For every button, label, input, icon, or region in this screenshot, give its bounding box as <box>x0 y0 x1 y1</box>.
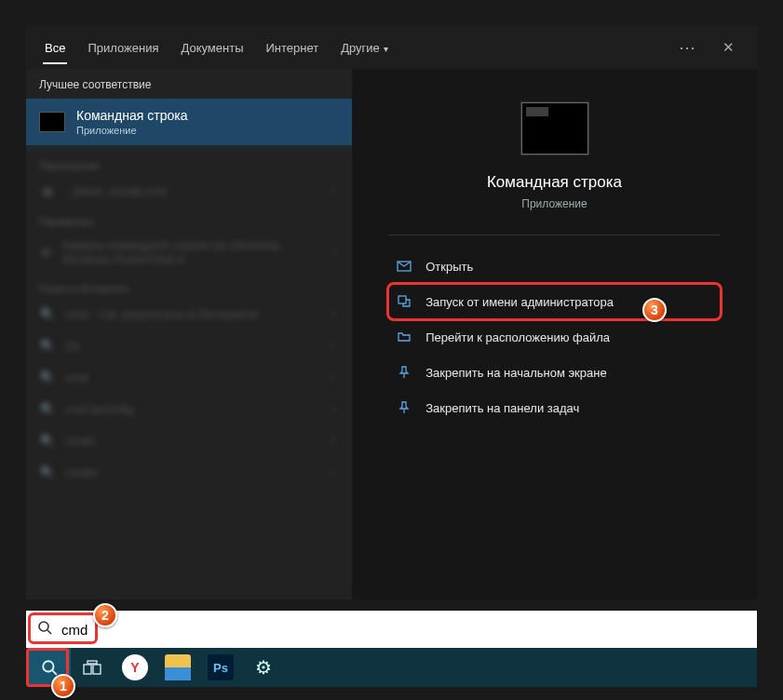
list-item[interactable]: 🔍cmdd› <box>26 424 352 456</box>
search-tabs: Все Приложения Документы Интернет Другие… <box>26 26 757 69</box>
cmd-preview-icon <box>521 102 588 155</box>
preview-title: Командная строка <box>487 173 622 192</box>
action-open[interactable]: Открыть <box>388 249 721 284</box>
svg-rect-7 <box>93 665 101 674</box>
action-run-as-admin[interactable]: Запуск от имени администратора <box>388 284 721 319</box>
preview-subtitle: Приложение <box>521 197 587 210</box>
tab-apps[interactable]: Приложения <box>76 28 169 68</box>
action-label: Запуск от имени администратора <box>425 295 614 309</box>
action-pin-taskbar[interactable]: Закрепить на панели задач <box>388 390 721 425</box>
open-icon <box>396 258 412 275</box>
taskbar-app-settings[interactable]: ⚙ <box>242 648 285 687</box>
gear-icon: ⚙ <box>255 656 272 679</box>
actions-list: Открыть Запуск от имени администратора П… <box>388 249 721 425</box>
action-label: Открыть <box>425 260 473 274</box>
action-pin-start[interactable]: Закрепить на начальном экране <box>388 355 721 390</box>
annotation-badge-3: 3 <box>642 298 667 322</box>
svg-rect-1 <box>398 296 406 303</box>
other-results: Приложения ▣_Silent_Install.cmd› Парамет… <box>26 145 352 599</box>
action-label: Закрепить на начальном экране <box>425 366 607 380</box>
list-item[interactable]: ⌘Замена командной строки на оболочку Win… <box>26 231 352 274</box>
annotation-badge-2: 2 <box>93 603 117 627</box>
action-open-location[interactable]: Перейти к расположению файла <box>388 319 721 355</box>
list-item[interactable]: 🔍cmder› <box>26 456 352 488</box>
task-view-button[interactable] <box>71 648 114 687</box>
search-icon <box>37 620 52 639</box>
category-params: Параметры <box>26 207 352 231</box>
shield-icon <box>396 293 412 310</box>
taskbar-app-photoshop[interactable]: Ps <box>199 648 242 687</box>
best-match-item[interactable]: Командная строка Приложение <box>26 99 352 145</box>
list-item[interactable]: 🔍cls› <box>26 330 352 361</box>
tab-all[interactable]: Все <box>34 28 76 68</box>
pin-icon <box>396 399 412 416</box>
close-button[interactable]: ✕ <box>708 39 749 56</box>
search-input[interactable] <box>61 622 746 638</box>
cmd-icon <box>39 112 65 132</box>
svg-point-4 <box>43 661 53 671</box>
svg-line-3 <box>47 630 51 634</box>
taskbar-app-explorer[interactable] <box>156 648 199 687</box>
best-match-title: Командная строка <box>76 108 187 123</box>
list-item[interactable]: 🔍cmd - См. результаты в Интернете› <box>26 298 352 330</box>
list-item[interactable]: 🔍cmd› <box>26 361 352 393</box>
search-bar[interactable] <box>26 611 757 648</box>
pin-icon <box>396 364 412 381</box>
taskbar-app-yandex[interactable]: Y <box>114 648 156 687</box>
category-apps: Приложения <box>26 151 352 175</box>
results-column: Лучшее соответствие Командная строка При… <box>26 69 352 599</box>
chevron-down-icon: ▾ <box>384 44 388 54</box>
more-button[interactable]: ⋯ <box>668 37 708 58</box>
category-web: Поиск в Интернете <box>26 274 352 298</box>
svg-point-2 <box>39 622 48 631</box>
action-label: Перейти к расположению файла <box>425 330 610 344</box>
tab-internet[interactable]: Интернет <box>254 28 330 68</box>
list-item[interactable]: ▣_Silent_Install.cmd› <box>26 175 352 207</box>
tab-documents[interactable]: Документы <box>169 28 254 68</box>
svg-rect-6 <box>84 665 91 674</box>
list-item[interactable]: 🔍cmd ipconfig› <box>26 393 352 424</box>
action-label: Закрепить на панели задач <box>425 401 579 415</box>
preview-column: Командная строка Приложение Открыть Запу… <box>352 69 757 599</box>
best-match-subtitle: Приложение <box>76 125 187 136</box>
tab-other[interactable]: Другие▾ <box>330 28 399 68</box>
best-match-label: Лучшее соответствие <box>26 69 352 99</box>
folder-icon <box>396 329 412 345</box>
taskbar: Y Ps ⚙ <box>26 648 757 687</box>
annotation-badge-1: 1 <box>51 674 75 698</box>
svg-rect-8 <box>88 661 97 664</box>
divider <box>388 235 721 236</box>
svg-line-5 <box>52 670 57 675</box>
